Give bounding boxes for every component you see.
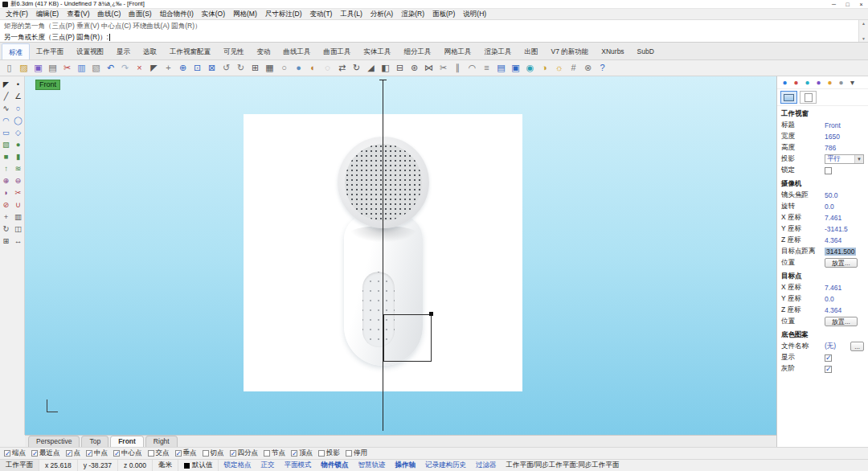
osnap-item[interactable]: 最近点	[31, 448, 60, 458]
panel-tab-help-icon[interactable]: ●	[837, 78, 845, 88]
maximize-button[interactable]: □	[841, 0, 854, 8]
mirror-icon[interactable]: ◧	[379, 61, 392, 75]
target-y-value[interactable]: 0.0	[825, 295, 834, 303]
target-place-button[interactable]: 放置...	[825, 317, 858, 326]
trim-tool-icon[interactable]: ✂	[12, 186, 24, 198]
array-tool-icon[interactable]: ⊞	[0, 235, 12, 246]
fillet-icon[interactable]: ◠	[465, 61, 479, 75]
point-icon[interactable]: •	[12, 78, 24, 89]
tab-网格工具[interactable]: 网格工具	[438, 43, 478, 59]
line-icon[interactable]: ╱	[0, 90, 12, 101]
cut-icon[interactable]: ✂	[60, 61, 74, 75]
osnap-item[interactable]: 切点	[203, 448, 224, 458]
trim-icon[interactable]: ✂	[436, 61, 450, 75]
detail-properties-button[interactable]	[800, 91, 817, 104]
wireframe-mode-icon[interactable]: ○	[277, 61, 291, 75]
close-button[interactable]: ×	[854, 0, 868, 8]
zoom-dynamic-icon[interactable]: ⊕	[176, 61, 190, 75]
polyline-icon[interactable]: ∠	[12, 90, 24, 101]
menu-item[interactable]: 曲面(S)	[125, 10, 155, 19]
named-views-icon[interactable]: ▦	[263, 61, 276, 75]
osnap-checkbox[interactable]	[203, 450, 209, 457]
sphere-icon[interactable]: ●	[12, 138, 24, 149]
menu-item[interactable]: 分析(A)	[366, 10, 397, 19]
chevron-down-icon[interactable]: ▼	[854, 155, 863, 163]
menu-item[interactable]: 工具(L)	[336, 10, 366, 19]
osnap-checkbox[interactable]	[318, 450, 325, 457]
boolean-union-icon[interactable]: ⊕	[0, 174, 12, 186]
save-icon[interactable]: ▣	[31, 61, 45, 75]
tab-设置视图[interactable]: 设置视图	[70, 43, 110, 59]
zoom-extents-icon[interactable]: ⊠	[205, 61, 219, 75]
tab-变动[interactable]: 变动	[251, 43, 277, 59]
tab-显示[interactable]: 显示	[110, 43, 137, 59]
extrude-icon[interactable]: ↑	[0, 162, 12, 174]
cylinder-icon[interactable]: ▮	[12, 150, 24, 162]
osnap-checkbox[interactable]	[264, 450, 270, 457]
status-toggle[interactable]: 智慧轨迹	[353, 460, 390, 471]
split-tool-icon[interactable]: ⊘	[0, 199, 12, 210]
ellipse-icon[interactable]: ◯	[12, 114, 24, 125]
projection-dropdown[interactable]: 平行 ▼	[825, 154, 864, 164]
fillet-surface-icon[interactable]: ◗	[0, 186, 12, 198]
redo-view-icon[interactable]: ↻	[234, 61, 248, 75]
menu-item[interactable]: 查看(V)	[63, 10, 93, 19]
osnap-checkbox[interactable]	[4, 450, 10, 457]
ghosted-mode-icon[interactable]: ◌	[321, 61, 334, 75]
osnap-item[interactable]: 顶点	[291, 448, 313, 458]
tab-可见性[interactable]: 可见性	[217, 43, 251, 59]
camera-place-button[interactable]: 放置...	[825, 258, 858, 268]
copy-tool-icon[interactable]: ▥	[12, 211, 24, 222]
menu-item[interactable]: 网格(M)	[229, 10, 261, 19]
title-value[interactable]: Front	[825, 121, 841, 129]
rotate-icon[interactable]: ↻	[350, 61, 363, 75]
osnap-checkbox[interactable]	[230, 450, 236, 457]
tab-工作平面[interactable]: 工作平面	[30, 43, 70, 59]
osnap-item[interactable]: 中点	[86, 448, 108, 458]
tab-XNurbs[interactable]: XNurbs	[595, 43, 630, 59]
surface-icon[interactable]: ▧	[0, 138, 12, 149]
osnap-item[interactable]: 垂点	[175, 448, 197, 458]
osnap-item[interactable]: 交点	[148, 448, 170, 458]
help-icon[interactable]: ?	[596, 61, 609, 75]
layers-icon[interactable]: ▤	[494, 61, 508, 75]
menu-item[interactable]: 组合物件(I)	[156, 10, 198, 19]
status-toggle[interactable]: 过滤器	[471, 460, 502, 471]
lock-checkbox[interactable]	[825, 167, 832, 174]
shaded-mode-icon[interactable]: ●	[292, 61, 305, 75]
menu-item[interactable]: 曲线(C)	[94, 10, 125, 19]
command-prompt-line[interactable]: 另一角或长度（三点(P) 圆角(R)）:	[0, 31, 868, 43]
osnap-item[interactable]: 节点	[264, 448, 285, 458]
width-value[interactable]: 1650	[825, 133, 840, 141]
status-toggle[interactable]: 物件锁点	[316, 460, 353, 471]
osnap-item[interactable]: 停用	[346, 448, 367, 458]
status-toggle[interactable]: 正交	[256, 460, 279, 471]
curve-icon[interactable]: ∿	[0, 102, 12, 113]
menu-item[interactable]: 编辑(E)	[32, 10, 63, 19]
join-tool-icon[interactable]: ∪	[12, 199, 24, 210]
lens-value[interactable]: 50.0	[825, 191, 838, 199]
panel-tab-layers-icon[interactable]: ●	[792, 78, 800, 88]
menu-item[interactable]: 说明(H)	[459, 10, 490, 19]
osnap-item[interactable]: 投影	[318, 448, 340, 458]
new-file-icon[interactable]: ▯	[2, 61, 16, 75]
paste-icon[interactable]: ▧	[89, 61, 103, 75]
osnap-item[interactable]: 端点	[4, 448, 26, 458]
tab-渲染工具[interactable]: 渲染工具	[478, 43, 518, 59]
osnap-checkbox[interactable]	[148, 450, 154, 457]
minimize-button[interactable]: ─	[827, 0, 841, 8]
target-z-value[interactable]: 4.364	[825, 306, 841, 314]
units-label[interactable]: 毫米	[153, 460, 178, 471]
panel-tab-materials-icon[interactable]: ●	[814, 78, 823, 88]
osnap-checkbox[interactable]	[31, 450, 38, 457]
redo-icon[interactable]: ↷	[118, 61, 132, 75]
mirror-tool-icon[interactable]: ◫	[12, 223, 24, 234]
rectangle-icon[interactable]: ▭	[0, 126, 12, 137]
osnap-checkbox[interactable]	[113, 450, 120, 457]
viewport-tab-front[interactable]: Front	[110, 436, 144, 447]
status-toggle[interactable]: 锁定格点	[219, 460, 256, 471]
move-icon[interactable]: ⇄	[335, 61, 349, 75]
viewport-tab-right[interactable]: Right	[145, 436, 178, 447]
viewport-properties-button[interactable]	[780, 91, 797, 104]
tab-标准[interactable]: 标准	[2, 43, 30, 59]
